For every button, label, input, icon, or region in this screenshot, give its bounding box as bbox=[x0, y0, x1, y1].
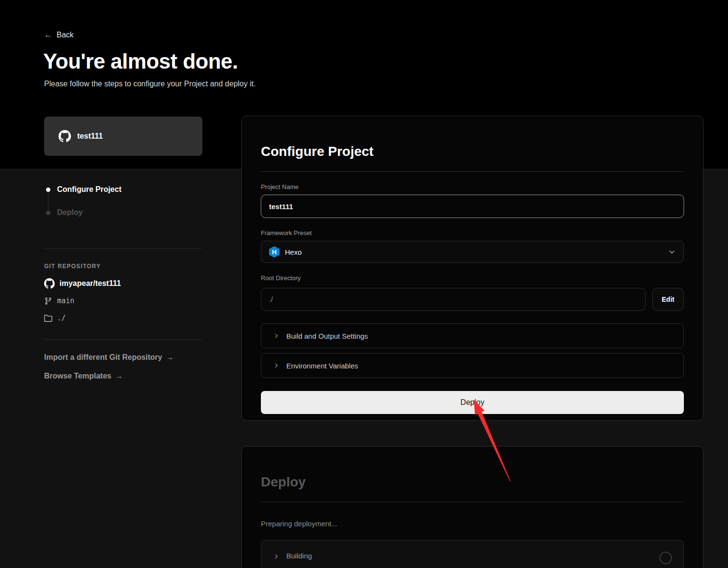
rail-divider bbox=[44, 339, 202, 340]
deploy-card-title: Deploy bbox=[261, 474, 684, 490]
page-subtitle: Please follow the steps to configure you… bbox=[44, 80, 256, 88]
accordion-label: Environment Variables bbox=[286, 362, 358, 370]
root-directory-label: Root Directory bbox=[261, 274, 684, 282]
repo-full-name: imyapear/test111 bbox=[59, 279, 121, 288]
github-icon bbox=[44, 278, 55, 289]
back-arrow-icon: ← bbox=[44, 30, 52, 40]
environment-variables-accordion[interactable]: Environment Variables bbox=[261, 353, 684, 378]
building-accordion[interactable]: Building bbox=[261, 540, 684, 568]
hexo-framework-icon: H bbox=[269, 246, 280, 258]
chevron-right-icon bbox=[273, 553, 280, 560]
framework-preset-select[interactable]: H Hexo bbox=[261, 241, 684, 263]
framework-preset-label: Framework Preset bbox=[261, 229, 684, 237]
branch-name: main bbox=[57, 296, 74, 305]
link-label: Import a different Git Repository bbox=[44, 353, 162, 362]
project-name-input[interactable] bbox=[261, 195, 684, 218]
card-divider bbox=[261, 171, 684, 172]
framework-preset-value: Hexo bbox=[285, 248, 302, 256]
git-repository-heading: GIT REPOSITORY bbox=[44, 263, 101, 270]
step-dot-active bbox=[46, 188, 50, 192]
back-link[interactable]: ← Back bbox=[44, 30, 74, 40]
arrow-right-icon: → bbox=[115, 372, 123, 380]
chevron-right-icon bbox=[273, 362, 280, 369]
git-branch-icon bbox=[44, 297, 52, 305]
step-configure-project: Configure Project bbox=[46, 184, 121, 195]
selected-repo-pill[interactable]: test111 bbox=[44, 117, 202, 156]
rail-divider bbox=[44, 248, 202, 248]
step-indicator: Configure Project Deploy bbox=[46, 184, 121, 218]
back-label: Back bbox=[57, 31, 74, 39]
step-connector-line bbox=[48, 192, 48, 210]
edit-root-directory-button[interactable]: Edit bbox=[652, 288, 684, 311]
chevron-right-icon bbox=[273, 332, 280, 339]
deploy-card: Deploy Preparing deployment... Building bbox=[241, 446, 704, 568]
root-directory-input[interactable] bbox=[261, 288, 646, 311]
root-dir-value: ./ bbox=[57, 314, 66, 322]
step-label: Configure Project bbox=[57, 185, 121, 194]
browse-templates-link[interactable]: Browse Templates → bbox=[44, 372, 123, 380]
repo-pill-label: test111 bbox=[77, 132, 103, 141]
git-repo-row: imyapear/test111 bbox=[44, 278, 121, 289]
configure-card-title: Configure Project bbox=[261, 144, 684, 159]
step-label: Deploy bbox=[57, 208, 82, 217]
step-deploy: Deploy bbox=[46, 207, 121, 218]
git-branch-row: main bbox=[44, 296, 74, 305]
page-title: You're almost done. bbox=[43, 49, 238, 73]
deploy-status-text: Preparing deployment... bbox=[261, 520, 684, 528]
import-different-repo-link[interactable]: Import a different Git Repository → bbox=[44, 353, 174, 362]
accordion-label: Build and Output Settings bbox=[286, 332, 368, 340]
deploy-button[interactable]: Deploy bbox=[261, 391, 684, 414]
arrow-right-icon: → bbox=[166, 353, 174, 362]
github-icon bbox=[59, 130, 71, 142]
chevron-down-icon bbox=[668, 248, 676, 256]
step-dot-pending bbox=[46, 211, 50, 215]
building-label: Building bbox=[286, 552, 312, 560]
folder-icon bbox=[44, 314, 52, 322]
project-name-label: Project Name bbox=[261, 183, 684, 190]
build-output-settings-accordion[interactable]: Build and Output Settings bbox=[261, 323, 684, 348]
card-divider bbox=[261, 502, 684, 502]
root-dir-row: ./ bbox=[44, 314, 66, 322]
configure-project-card: Configure Project Project Name Framework… bbox=[241, 116, 704, 421]
spinner-icon bbox=[659, 552, 672, 564]
link-label: Browse Templates bbox=[44, 372, 111, 380]
